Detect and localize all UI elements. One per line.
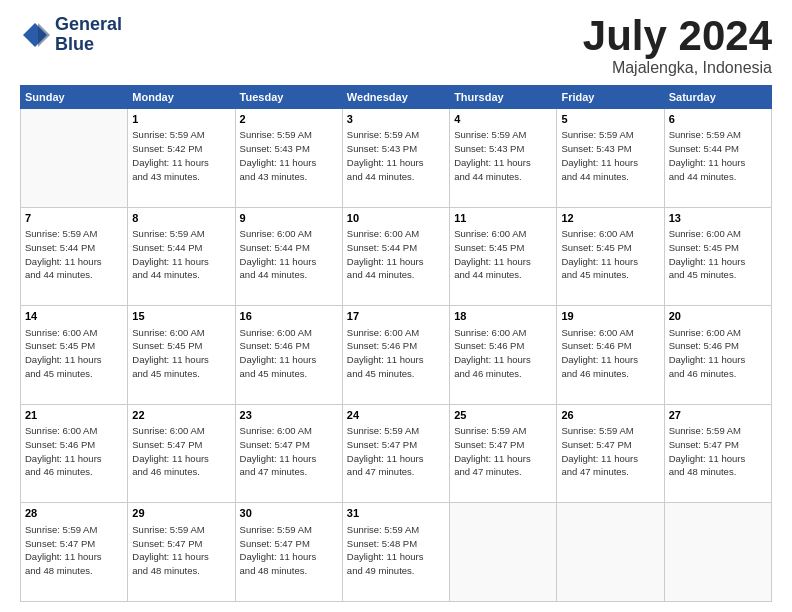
table-row: 10Sunrise: 6:00 AM Sunset: 5:44 PM Dayli… — [342, 207, 449, 306]
header: General Blue July 2024 Majalengka, Indon… — [20, 15, 772, 77]
logo-line1: General — [55, 15, 122, 35]
table-row: 18Sunrise: 6:00 AM Sunset: 5:46 PM Dayli… — [450, 306, 557, 405]
table-row — [450, 503, 557, 602]
title-block: July 2024 Majalengka, Indonesia — [583, 15, 772, 77]
calendar-week-row: 14Sunrise: 6:00 AM Sunset: 5:45 PM Dayli… — [21, 306, 772, 405]
day-info: Sunrise: 6:00 AM Sunset: 5:44 PM Dayligh… — [347, 227, 445, 282]
table-row: 8Sunrise: 5:59 AM Sunset: 5:44 PM Daylig… — [128, 207, 235, 306]
table-row: 19Sunrise: 6:00 AM Sunset: 5:46 PM Dayli… — [557, 306, 664, 405]
location: Majalengka, Indonesia — [583, 59, 772, 77]
day-info: Sunrise: 6:00 AM Sunset: 5:46 PM Dayligh… — [454, 326, 552, 381]
table-row: 2Sunrise: 5:59 AM Sunset: 5:43 PM Daylig… — [235, 109, 342, 208]
day-info: Sunrise: 5:59 AM Sunset: 5:47 PM Dayligh… — [25, 523, 123, 578]
day-number: 17 — [347, 309, 445, 324]
header-wednesday: Wednesday — [342, 86, 449, 109]
table-row: 5Sunrise: 5:59 AM Sunset: 5:43 PM Daylig… — [557, 109, 664, 208]
day-info: Sunrise: 5:59 AM Sunset: 5:44 PM Dayligh… — [132, 227, 230, 282]
table-row: 7Sunrise: 5:59 AM Sunset: 5:44 PM Daylig… — [21, 207, 128, 306]
day-number: 14 — [25, 309, 123, 324]
day-info: Sunrise: 6:00 AM Sunset: 5:45 PM Dayligh… — [669, 227, 767, 282]
day-number: 22 — [132, 408, 230, 423]
day-info: Sunrise: 6:00 AM Sunset: 5:45 PM Dayligh… — [25, 326, 123, 381]
day-number: 20 — [669, 309, 767, 324]
table-row — [21, 109, 128, 208]
day-number: 16 — [240, 309, 338, 324]
table-row: 4Sunrise: 5:59 AM Sunset: 5:43 PM Daylig… — [450, 109, 557, 208]
table-row: 21Sunrise: 6:00 AM Sunset: 5:46 PM Dayli… — [21, 404, 128, 503]
day-info: Sunrise: 5:59 AM Sunset: 5:47 PM Dayligh… — [347, 424, 445, 479]
day-number: 2 — [240, 112, 338, 127]
day-number: 11 — [454, 211, 552, 226]
day-info: Sunrise: 5:59 AM Sunset: 5:42 PM Dayligh… — [132, 128, 230, 183]
table-row: 30Sunrise: 5:59 AM Sunset: 5:47 PM Dayli… — [235, 503, 342, 602]
day-info: Sunrise: 5:59 AM Sunset: 5:43 PM Dayligh… — [454, 128, 552, 183]
table-row — [557, 503, 664, 602]
table-row: 16Sunrise: 6:00 AM Sunset: 5:46 PM Dayli… — [235, 306, 342, 405]
table-row: 20Sunrise: 6:00 AM Sunset: 5:46 PM Dayli… — [664, 306, 771, 405]
table-row: 14Sunrise: 6:00 AM Sunset: 5:45 PM Dayli… — [21, 306, 128, 405]
table-row: 15Sunrise: 6:00 AM Sunset: 5:45 PM Dayli… — [128, 306, 235, 405]
day-number: 23 — [240, 408, 338, 423]
day-number: 9 — [240, 211, 338, 226]
header-monday: Monday — [128, 86, 235, 109]
day-info: Sunrise: 5:59 AM Sunset: 5:47 PM Dayligh… — [454, 424, 552, 479]
table-row: 9Sunrise: 6:00 AM Sunset: 5:44 PM Daylig… — [235, 207, 342, 306]
day-info: Sunrise: 6:00 AM Sunset: 5:47 PM Dayligh… — [132, 424, 230, 479]
day-number: 29 — [132, 506, 230, 521]
svg-marker-1 — [38, 23, 50, 47]
day-info: Sunrise: 5:59 AM Sunset: 5:47 PM Dayligh… — [240, 523, 338, 578]
day-info: Sunrise: 5:59 AM Sunset: 5:43 PM Dayligh… — [240, 128, 338, 183]
header-thursday: Thursday — [450, 86, 557, 109]
day-number: 15 — [132, 309, 230, 324]
day-number: 12 — [561, 211, 659, 226]
day-info: Sunrise: 6:00 AM Sunset: 5:46 PM Dayligh… — [25, 424, 123, 479]
table-row: 22Sunrise: 6:00 AM Sunset: 5:47 PM Dayli… — [128, 404, 235, 503]
day-number: 8 — [132, 211, 230, 226]
day-number: 30 — [240, 506, 338, 521]
table-row: 23Sunrise: 6:00 AM Sunset: 5:47 PM Dayli… — [235, 404, 342, 503]
calendar-week-row: 21Sunrise: 6:00 AM Sunset: 5:46 PM Dayli… — [21, 404, 772, 503]
month-title: July 2024 — [583, 15, 772, 57]
day-info: Sunrise: 5:59 AM Sunset: 5:44 PM Dayligh… — [669, 128, 767, 183]
day-number: 27 — [669, 408, 767, 423]
day-info: Sunrise: 6:00 AM Sunset: 5:46 PM Dayligh… — [669, 326, 767, 381]
table-row: 31Sunrise: 5:59 AM Sunset: 5:48 PM Dayli… — [342, 503, 449, 602]
day-info: Sunrise: 6:00 AM Sunset: 5:45 PM Dayligh… — [561, 227, 659, 282]
table-row: 17Sunrise: 6:00 AM Sunset: 5:46 PM Dayli… — [342, 306, 449, 405]
day-number: 4 — [454, 112, 552, 127]
day-number: 18 — [454, 309, 552, 324]
day-number: 31 — [347, 506, 445, 521]
header-sunday: Sunday — [21, 86, 128, 109]
day-number: 3 — [347, 112, 445, 127]
table-row: 13Sunrise: 6:00 AM Sunset: 5:45 PM Dayli… — [664, 207, 771, 306]
day-info: Sunrise: 5:59 AM Sunset: 5:47 PM Dayligh… — [132, 523, 230, 578]
day-number: 7 — [25, 211, 123, 226]
day-number: 13 — [669, 211, 767, 226]
day-number: 26 — [561, 408, 659, 423]
calendar-week-row: 1Sunrise: 5:59 AM Sunset: 5:42 PM Daylig… — [21, 109, 772, 208]
table-row: 29Sunrise: 5:59 AM Sunset: 5:47 PM Dayli… — [128, 503, 235, 602]
page: General Blue July 2024 Majalengka, Indon… — [0, 0, 792, 612]
header-tuesday: Tuesday — [235, 86, 342, 109]
table-row: 3Sunrise: 5:59 AM Sunset: 5:43 PM Daylig… — [342, 109, 449, 208]
day-number: 21 — [25, 408, 123, 423]
day-number: 25 — [454, 408, 552, 423]
calendar-table: Sunday Monday Tuesday Wednesday Thursday… — [20, 85, 772, 602]
day-number: 28 — [25, 506, 123, 521]
day-info: Sunrise: 5:59 AM Sunset: 5:48 PM Dayligh… — [347, 523, 445, 578]
calendar-header-row: Sunday Monday Tuesday Wednesday Thursday… — [21, 86, 772, 109]
table-row: 11Sunrise: 6:00 AM Sunset: 5:45 PM Dayli… — [450, 207, 557, 306]
day-info: Sunrise: 6:00 AM Sunset: 5:46 PM Dayligh… — [240, 326, 338, 381]
day-info: Sunrise: 6:00 AM Sunset: 5:45 PM Dayligh… — [454, 227, 552, 282]
logo-text: General Blue — [55, 15, 122, 55]
day-info: Sunrise: 5:59 AM Sunset: 5:43 PM Dayligh… — [347, 128, 445, 183]
day-info: Sunrise: 6:00 AM Sunset: 5:45 PM Dayligh… — [132, 326, 230, 381]
day-number: 5 — [561, 112, 659, 127]
day-number: 24 — [347, 408, 445, 423]
day-info: Sunrise: 6:00 AM Sunset: 5:46 PM Dayligh… — [347, 326, 445, 381]
calendar-week-row: 7Sunrise: 5:59 AM Sunset: 5:44 PM Daylig… — [21, 207, 772, 306]
table-row: 27Sunrise: 5:59 AM Sunset: 5:47 PM Dayli… — [664, 404, 771, 503]
day-info: Sunrise: 5:59 AM Sunset: 5:44 PM Dayligh… — [25, 227, 123, 282]
day-info: Sunrise: 5:59 AM Sunset: 5:43 PM Dayligh… — [561, 128, 659, 183]
header-saturday: Saturday — [664, 86, 771, 109]
